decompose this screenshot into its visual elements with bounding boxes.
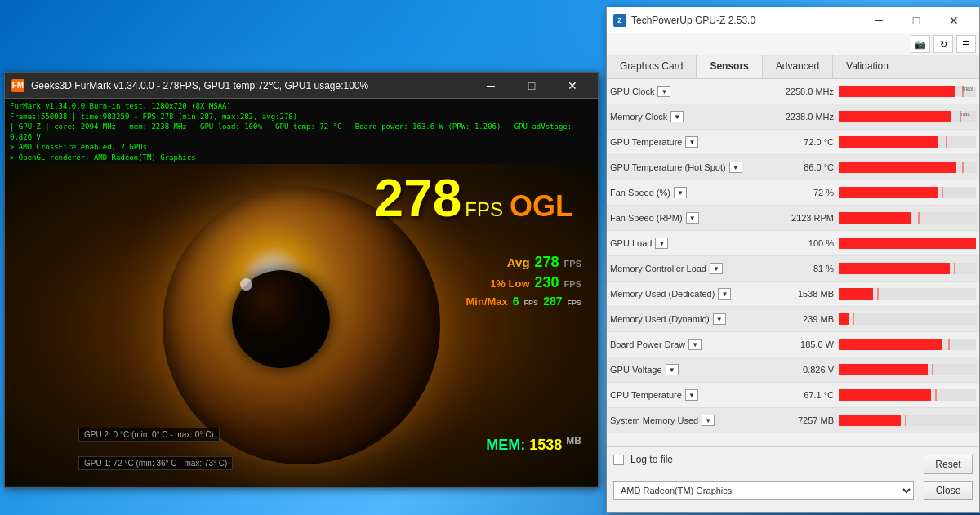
furmark-render-canvas: 278 FPS OGL Avg 278 FPS 1% Low 230 FPS M… [5, 164, 598, 486]
furmark-minimize-button[interactable]: ─ [472, 73, 510, 99]
sensor-max-marker-2 [946, 136, 947, 148]
sensor-value-5: 2123 RPM [773, 213, 839, 223]
sensor-dropdown-6[interactable]: ▼ [655, 238, 668, 249]
sensor-bar-5 [839, 212, 911, 224]
sensor-row: Board Power Draw ▼ 185.0 W [607, 332, 979, 357]
sensor-value-11: 0.826 V [773, 365, 839, 375]
furmark-title: Geeks3D FurMark v1.34.0.0 - 278FPS, GPU1… [31, 80, 466, 91]
sensor-dropdown-2[interactable]: ▼ [685, 136, 698, 148]
sensor-value-3: 86.0 °C [773, 162, 839, 172]
gpuz-log-checkbox[interactable] [613, 455, 624, 465]
sensor-row: Memory Used (Dynamic) ▼ 239 MB [607, 307, 979, 332]
sensor-bar-container-8 [839, 288, 976, 300]
sensor-name-13: System Memory Used ▼ [610, 415, 773, 426]
sensor-value-12: 67.1 °C [773, 390, 839, 400]
sensor-value-2: 72.0 °C [773, 137, 839, 147]
gpuz-maximize-button[interactable]: □ [898, 7, 935, 33]
furmark-mem-label: MEM: [486, 437, 525, 453]
sensor-max-marker-10 [948, 339, 950, 350]
sensor-bar-8 [839, 288, 873, 300]
sensor-row: Fan Speed (%) ▼ 72 % [607, 180, 979, 206]
sensor-bar-4 [839, 187, 938, 198]
tab-sensors[interactable]: Sensors [697, 55, 762, 78]
furmark-min-val: 6 [513, 295, 519, 308]
sensor-name-5: Fan Speed (RPM) ▼ [610, 212, 773, 224]
sensor-row: GPU Temperature (Hot Spot) ▼ 86.0 °C [607, 155, 979, 180]
sensor-dropdown-10[interactable]: ▼ [688, 339, 702, 350]
gpuz-close-button[interactable]: ✕ [935, 7, 973, 33]
furmark-max-unit: FPS [567, 299, 581, 307]
gpuz-titlebar: Z TechPowerUp GPU-Z 2.53.0 ─ □ ✕ [607, 7, 979, 33]
sensor-max-marker-12 [935, 389, 937, 401]
sensor-bar-container-3 [839, 162, 976, 173]
sensor-dropdown-11[interactable]: ▼ [666, 364, 679, 375]
furmark-maximize-button[interactable]: □ [513, 73, 550, 99]
gpuz-refresh-button[interactable]: ↻ [933, 35, 953, 53]
furmark-fps-main: 278 [375, 172, 462, 224]
sensor-name-3: GPU Temperature (Hot Spot) ▼ [610, 162, 773, 173]
furmark-low-unit: FPS [564, 279, 581, 289]
gpuz-log-label: Log to file [630, 454, 673, 465]
gpuz-window-controls: ─ □ ✕ [860, 7, 973, 33]
furmark-window: FM Geeks3D FurMark v1.34.0.0 - 278FPS, G… [4, 72, 599, 488]
furmark-window-controls: ─ □ ✕ [472, 73, 591, 99]
gpuz-device-select[interactable]: AMD Radeon(TM) Graphics [613, 481, 914, 500]
sensor-row: GPU Load ▼ 100 % [607, 231, 979, 256]
sensor-bar-6 [839, 238, 976, 249]
sensor-dropdown-12[interactable]: ▼ [685, 389, 698, 401]
sensor-name-12: CPU Temperature ▼ [610, 389, 773, 401]
sensor-value-9: 239 MB [773, 314, 839, 324]
furmark-fps-stats: 278 FPS OGL [375, 172, 573, 224]
sensor-bar-9 [839, 313, 849, 325]
sensor-dropdown-7[interactable]: ▼ [710, 263, 723, 274]
gpuz-bottom-close-button[interactable]: Close [924, 481, 973, 500]
sensor-max-marker-13 [905, 415, 906, 426]
sensor-row: GPU Voltage ▼ 0.826 V [607, 357, 979, 383]
sensor-dropdown-9[interactable]: ▼ [713, 313, 726, 325]
tab-graphics-card[interactable]: Graphics Card [607, 55, 697, 78]
sensor-value-6: 100 % [773, 238, 839, 248]
sensor-row: Memory Used (Dedicated) ▼ 1538 MB [607, 282, 979, 307]
sensor-name-4: Fan Speed (%) ▼ [610, 187, 773, 198]
sensor-bar-10 [839, 339, 942, 350]
gpuz-minimize-button[interactable]: ─ [860, 7, 898, 33]
furmark-eye-render [163, 187, 440, 464]
gpuz-menu-button[interactable]: ☰ [956, 35, 976, 53]
furmark-min-unit: FPS [524, 299, 539, 307]
furmark-info-bar: FurMark v1.34.0.0 Burn-in test, 1280x720… [5, 99, 598, 164]
sensor-row: System Memory Used ▼ 7257 MB [607, 408, 979, 433]
sensor-max-marker-8 [877, 288, 879, 300]
sensor-bar-1 [839, 111, 951, 122]
sensor-dropdown-13[interactable]: ▼ [702, 415, 715, 426]
sensor-dropdown-3[interactable]: ▼ [729, 162, 742, 173]
furmark-avg-val: 278 [535, 254, 559, 271]
furmark-titlebar: FM Geeks3D FurMark v1.34.0.0 - 278FPS, G… [5, 73, 598, 99]
furmark-temp1-badge: GPU 2: 0 °C (min: 0° C - max: 0° C) [78, 428, 220, 442]
sensor-row: Memory Controller Load ▼ 81 % [607, 256, 979, 282]
gpuz-window: Z TechPowerUp GPU-Z 2.53.0 ─ □ ✕ 📷 ↻ ☰ G… [606, 7, 980, 513]
sensor-bar-container-12 [839, 389, 976, 401]
sensor-dropdown-8[interactable]: ▼ [718, 288, 731, 300]
sensor-dropdown-4[interactable]: ▼ [674, 187, 687, 198]
sensor-max-marker-4 [942, 187, 943, 198]
sensor-dropdown-0[interactable]: ▼ [657, 86, 670, 97]
furmark-minmax-label: Min/Max [466, 295, 508, 308]
tab-validation[interactable]: Validation [833, 55, 902, 78]
furmark-close-button[interactable]: ✕ [554, 73, 591, 99]
sensor-row: Fan Speed (RPM) ▼ 2123 RPM [607, 206, 979, 231]
sensor-bar-container-4 [839, 187, 976, 198]
gpuz-screenshot-button[interactable]: 📷 [911, 35, 930, 53]
sensor-bar-11 [839, 364, 928, 375]
sensor-value-0: 2258.0 MHz [773, 87, 839, 96]
sensor-bar-container-5 [839, 212, 976, 224]
tab-advanced[interactable]: Advanced [763, 55, 833, 78]
sensor-dropdown-1[interactable]: ▼ [670, 111, 684, 122]
gpuz-reset-button[interactable]: Reset [924, 455, 973, 474]
furmark-info-line3: | GPU-Z | core: 2094 MHz - mem: 2238 MHz… [10, 122, 593, 142]
sensor-name-2: GPU Temperature ▼ [610, 136, 773, 148]
sensor-value-10: 185.0 W [773, 340, 839, 349]
sensor-bar-12 [839, 389, 931, 401]
sensor-dropdown-5[interactable]: ▼ [686, 212, 699, 224]
furmark-mem-stat: MEM: 1538 MB [486, 435, 581, 454]
sensor-row: GPU Clock ▼ 2258.0 MHz max [607, 79, 979, 104]
